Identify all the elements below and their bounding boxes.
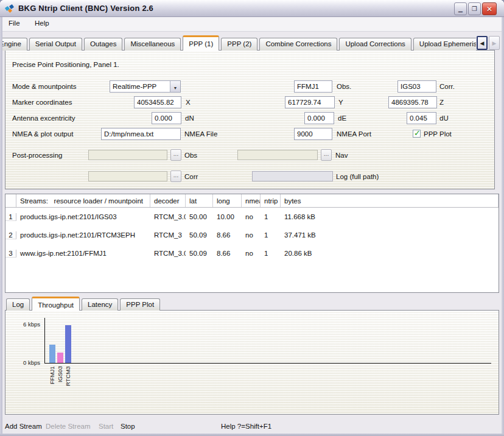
cell-ntrip: 1	[261, 231, 281, 239]
mode-mountpoints-label: Mode & mountpoints	[12, 83, 76, 90]
cell-bytes: 37.471 kB	[281, 231, 499, 239]
post-corr-browse-button[interactable]: ...	[170, 171, 181, 182]
tab-serial-output[interactable]: Serial Output	[29, 38, 82, 51]
marker-y-field[interactable]	[285, 96, 335, 108]
bar-rtcm3	[65, 325, 71, 363]
post-nav-browse-button[interactable]: ...	[321, 149, 332, 161]
antenna-de-field[interactable]	[304, 112, 334, 124]
nmea-file-field[interactable]	[101, 128, 181, 140]
tab-feed-engine[interactable]: ed Engine	[2, 38, 27, 51]
window-border-left	[0, 17, 2, 436]
col-nmea: nmea	[242, 194, 261, 207]
row-number: 1	[5, 213, 16, 221]
cell-nmea: no	[242, 231, 261, 239]
bar-igs03	[57, 353, 63, 363]
app-icon	[5, 4, 15, 13]
arrow-right-icon	[492, 40, 497, 46]
maximize-button[interactable]	[468, 2, 481, 15]
z-label: Z	[439, 99, 444, 106]
x-axis	[44, 363, 491, 364]
tab-latency[interactable]: Latency	[82, 298, 118, 311]
close-button[interactable]	[482, 2, 497, 15]
de-label: dE	[338, 114, 346, 122]
post-nav-field	[237, 150, 318, 160]
tab-upload-ephemeris[interactable]: Upload Ephemeris	[413, 38, 476, 51]
table-row[interactable]: 1 products.igs-ip.net:2101/IGS03 RTCM_3.…	[5, 208, 499, 226]
mode-combobox-value: Realtime-PPP	[113, 83, 156, 90]
combo-dropdown-button[interactable]	[170, 81, 180, 92]
ppp-plot-checkbox[interactable]	[413, 130, 421, 138]
minimize-button[interactable]	[454, 2, 467, 15]
cell-mountpoint: products.igs-ip.net:2101/IGS03	[16, 213, 150, 220]
tab-ppp-plot[interactable]: PPP Plot	[120, 298, 160, 311]
col-mountpoint: Streams: resource loader / mountpoint	[16, 194, 150, 207]
du-label: dU	[439, 114, 449, 122]
tab-ppp-2[interactable]: PPP (2)	[221, 38, 257, 51]
corr-mountpoint-field[interactable]	[397, 80, 436, 93]
nmea-port-label: NMEA Port	[337, 130, 371, 138]
tab-throughput[interactable]: Throughput	[32, 297, 80, 311]
x-label-igs03: IGS03	[56, 366, 65, 393]
tab-scroll-left-button[interactable]	[477, 36, 488, 50]
post-corr-field	[88, 171, 167, 181]
cell-lat: 50.09	[186, 250, 213, 257]
table-row[interactable]: 2 products.igs-ip.net:2101/RTCM3EPH RTCM…	[5, 226, 499, 244]
antenna-dn-field[interactable]	[152, 112, 181, 124]
stop-button[interactable]: Stop	[121, 423, 135, 430]
row-number-header	[5, 194, 16, 207]
post-processing-label: Post-processing	[12, 152, 62, 159]
window-border-right	[502, 17, 504, 436]
top-tabbar: ed Engine Serial Output Outages Miscella…	[2, 35, 476, 51]
table-row[interactable]: 3 www.igs-ip.net:2101/FFMJ1 RTCM_3.0 50.…	[5, 244, 499, 262]
post-obs-browse-button[interactable]: ...	[170, 149, 181, 161]
cell-long: 10.00	[213, 213, 242, 220]
cell-long: 8.66	[213, 231, 242, 239]
window-title: BKG Ntrip Client (BNC) Version 2.6	[18, 4, 153, 13]
dn-label: dN	[185, 114, 194, 122]
ppp-plot-label: PPP Plot	[424, 130, 452, 138]
marker-z-field[interactable]	[388, 96, 437, 108]
window-border-bottom	[0, 434, 504, 436]
tab-miscellaneous[interactable]: Miscellaneous	[124, 38, 181, 51]
tab-outages[interactable]: Outages	[84, 38, 122, 51]
throughput-x-labels: FFMJ1IGS03RTCM3	[44, 366, 166, 393]
cell-decoder: RTCM_3	[150, 231, 186, 239]
tab-upload-corrections[interactable]: Upload Corrections	[339, 38, 411, 51]
tab-ppp-1[interactable]: PPP (1)	[183, 35, 219, 51]
post-obs-field	[88, 150, 167, 160]
menubar: File Help	[2, 17, 502, 32]
marker-coordinates-label: Marker coordinates	[12, 99, 72, 106]
add-stream-button[interactable]: Add Stream	[5, 423, 42, 430]
corr-label: Corr.	[439, 83, 455, 90]
tab-log[interactable]: Log	[6, 298, 30, 311]
cell-mountpoint: products.igs-ip.net:2101/RTCM3EPH	[16, 231, 150, 239]
maximize-icon	[472, 5, 477, 12]
throughput-bars	[44, 318, 489, 363]
antenna-excentricity-label: Antenna excentricity	[12, 114, 75, 122]
cell-long: 8.66	[213, 250, 242, 257]
obs-label: Obs.	[337, 83, 351, 90]
cell-lat: 50.09	[186, 231, 213, 239]
minimize-icon	[458, 5, 463, 12]
antenna-du-field[interactable]	[407, 112, 436, 124]
nmea-file-label: NMEA File	[184, 130, 217, 138]
start-button: Start	[99, 423, 113, 430]
obs-mountpoint-field[interactable]	[294, 80, 332, 93]
y-axis	[44, 318, 45, 364]
menu-help[interactable]: Help	[29, 17, 55, 27]
cell-ntrip: 1	[261, 213, 281, 220]
mode-combobox[interactable]: Realtime-PPP	[110, 80, 181, 93]
nmea-plot-output-label: NMEA & plot output	[12, 130, 73, 138]
cell-decoder: RTCM_3.0	[150, 213, 186, 220]
streams-table: Streams: resource loader / mountpoint de…	[5, 194, 499, 293]
marker-x-field[interactable]	[134, 96, 181, 108]
post-corr-label: Corr	[184, 173, 198, 180]
nmea-port-field[interactable]	[294, 128, 332, 140]
post-obs-label: Obs	[184, 152, 197, 159]
col-long: long	[213, 194, 242, 207]
x-label-ffmj1: FFMJ1	[48, 366, 57, 393]
post-log-label: Log (full path)	[336, 173, 379, 180]
post-log-field	[252, 171, 333, 181]
tab-combine-corrections[interactable]: Combine Corrections	[259, 38, 337, 51]
menu-file[interactable]: File	[2, 17, 26, 27]
